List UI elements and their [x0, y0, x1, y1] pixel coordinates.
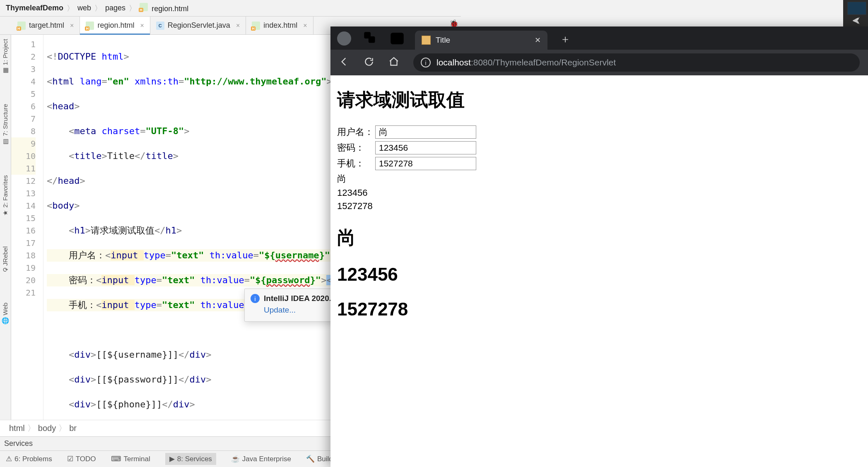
refresh-icon — [364, 56, 374, 67]
tool-java-ee[interactable]: ☕ Java Enterprise — [231, 455, 291, 463]
home-button[interactable] — [388, 56, 399, 69]
tab-label: target.html — [29, 21, 64, 30]
editor-tab-region[interactable]: region.html × — [80, 17, 150, 34]
back-button[interactable] — [339, 56, 350, 69]
page-heading: 请求域测试取值 — [337, 88, 861, 112]
breadcrumb-folder[interactable]: web — [75, 4, 94, 12]
info-icon: i — [251, 294, 260, 303]
chevron-right-icon: 〉 — [128, 3, 137, 13]
split-screen-icon — [388, 30, 406, 47]
form-row-phone: 手机： — [337, 157, 861, 170]
profile-button[interactable] — [335, 30, 353, 47]
arrow-left-icon — [339, 56, 350, 67]
tool-project[interactable]: ▦1: Project — [1, 36, 10, 77]
chevron-right-icon: 〉 — [58, 423, 67, 434]
tool-todo[interactable]: ☑ TODO — [67, 455, 96, 463]
status-services-label[interactable]: Services — [4, 439, 33, 448]
html-file-icon — [252, 22, 260, 30]
crumb-html[interactable]: html — [9, 424, 25, 433]
breadcrumb-project[interactable]: ThymeleafDemo — [3, 4, 66, 12]
editor-tab-index[interactable]: index.html × — [246, 17, 313, 34]
browser-titlebar: Title ✕ ＋ — [330, 26, 868, 50]
close-icon[interactable]: × — [303, 22, 307, 29]
crumb-br[interactable]: br — [69, 424, 77, 433]
tool-favorites[interactable]: ★2: Favorites — [1, 173, 10, 219]
avatar-icon — [337, 31, 351, 46]
breadcrumb-file[interactable]: region.html — [137, 3, 191, 13]
form-row-username: 用户名： — [337, 125, 861, 139]
toast-update-link[interactable]: Update... — [264, 306, 336, 315]
toast-title: IntelliJ IDEA 2020.2 — [264, 294, 336, 303]
tool-structure[interactable]: ▤7: Structure — [1, 101, 10, 148]
workspaces-icon — [362, 30, 379, 47]
line-number-gutter[interactable]: 1234 5678 91011 12131415 16171819 2021 — [11, 35, 43, 420]
chevron-right-icon: 〉 — [66, 3, 75, 13]
browser-toolbar: i localhost:8080/ThymeleafDemo/RegionSer… — [330, 50, 868, 75]
plain-phone: 1527278 — [337, 201, 861, 212]
breadcrumb-folder[interactable]: pages — [103, 4, 128, 12]
rendered-page: 请求域测试取值 用户名： 密码： 手机： 尚 123456 1527278 尚 … — [330, 75, 868, 467]
input-password[interactable] — [375, 141, 476, 154]
tool-services[interactable]: ▶ 8: Services — [165, 453, 216, 465]
close-icon[interactable]: ✕ — [535, 36, 541, 45]
url-text: localhost:8080/ThymeleafDemo/RegionServl… — [436, 58, 616, 67]
html-file-icon — [17, 22, 26, 30]
java-file-icon: C — [156, 22, 164, 30]
tool-problems[interactable]: ⚠ 6: Problems — [6, 455, 52, 463]
html-file-icon — [140, 3, 148, 11]
big-phone: 1527278 — [337, 299, 861, 320]
tool-web[interactable]: 🌐Web — [1, 300, 10, 327]
input-username[interactable] — [375, 125, 476, 139]
window-thumbnail[interactable] — [847, 2, 866, 15]
collapse-arrow-icon[interactable]: ⮜ — [852, 17, 861, 26]
svg-rect-1 — [369, 36, 375, 43]
html-file-icon — [86, 22, 94, 30]
plain-username: 尚 — [337, 173, 861, 185]
label-username: 用户名： — [337, 126, 375, 138]
tool-build[interactable]: 🔨 Build — [306, 455, 333, 463]
close-icon[interactable]: × — [236, 22, 240, 29]
browser-tab[interactable]: Title ✕ — [415, 31, 547, 50]
label-phone: 手机： — [337, 157, 375, 170]
new-tab-button[interactable]: ＋ — [557, 32, 577, 50]
close-icon[interactable]: × — [70, 22, 74, 29]
workspaces-button[interactable] — [362, 30, 379, 47]
left-tool-strip: ▦1: Project ▤7: Structure ★2: Favorites … — [0, 35, 11, 420]
tab-label: region.html — [97, 21, 134, 30]
chevron-right-icon: 〉 — [94, 3, 103, 13]
big-username: 尚 — [337, 226, 861, 250]
tab-label: RegionServlet.java — [168, 21, 230, 30]
os-taskbar-fragment: ⮜ — [843, 0, 868, 26]
close-icon[interactable]: × — [140, 22, 144, 29]
browser-window: Title ✕ ＋ i localhost:8080/ThymeleafDemo… — [330, 26, 868, 467]
plain-password: 123456 — [337, 188, 861, 198]
crumb-body[interactable]: body — [38, 424, 56, 433]
chevron-right-icon: 〉 — [27, 423, 36, 434]
project-breadcrumb-bar: ThymeleafDemo 〉 web 〉 pages 〉 region.htm… — [0, 0, 461, 17]
form-row-password: 密码： — [337, 141, 861, 154]
favicon-icon — [422, 36, 431, 45]
address-bar[interactable]: i localhost:8080/ThymeleafDemo/RegionSer… — [413, 53, 860, 72]
svg-rect-2 — [391, 33, 404, 44]
home-icon — [388, 56, 399, 67]
tab-title: Title — [436, 36, 530, 45]
refresh-button[interactable] — [364, 56, 374, 69]
tab-label: index.html — [263, 21, 297, 30]
label-password: 密码： — [337, 142, 375, 154]
big-password: 123456 — [337, 264, 861, 285]
tool-terminal[interactable]: ⌨ Terminal — [111, 455, 150, 463]
site-info-icon[interactable]: i — [421, 58, 431, 67]
tool-jrebel[interactable]: ⟳JRebel — [1, 244, 10, 275]
editor-tab-servlet[interactable]: C RegionServlet.java × — [150, 17, 246, 34]
split-button[interactable] — [388, 30, 406, 47]
editor-tab-target[interactable]: target.html × — [12, 17, 80, 34]
input-phone[interactable] — [375, 157, 476, 170]
